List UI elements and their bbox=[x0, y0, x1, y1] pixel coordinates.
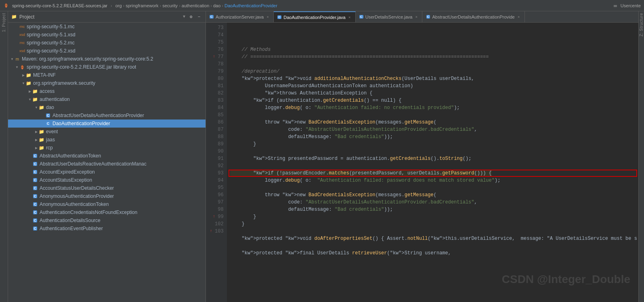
sidebar-item-si-10[interactable]: 📁authentication bbox=[8, 95, 206, 103]
bc-org: org bbox=[115, 3, 122, 8]
sidebar-item-si-11[interactable]: 📁dao bbox=[8, 103, 206, 111]
line-number-94: 94 bbox=[209, 177, 224, 184]
sidebar-item-si-2[interactable]: xsdspring-security-5.1.xsd bbox=[8, 31, 206, 39]
tab-close-icon[interactable]: × bbox=[414, 15, 419, 19]
sidebar-item-si-13[interactable]: CDaoAuthenticationProvider bbox=[8, 120, 206, 128]
code-line-85: defaultMessage: "Bad credentials")); bbox=[230, 133, 637, 141]
tab-java-icon: C bbox=[209, 15, 214, 19]
code-line-90: "kw">if (!passwordEncoder.matches(presen… bbox=[230, 170, 637, 177]
tab-tab-4[interactable]: CAbstractUserDetailsAuthenticationProvid… bbox=[422, 11, 524, 23]
code-line-83: throw "kw">new BadCredentialsException(m… bbox=[230, 119, 637, 126]
tab-close-icon[interactable]: × bbox=[347, 15, 352, 20]
sidebar-item-si-19[interactable]: CAccountExpiredException bbox=[8, 168, 206, 176]
sidebar-item-si-26[interactable]: CAuthenticationEventPublisher bbox=[8, 224, 206, 233]
folder-icon: 📁 bbox=[32, 88, 38, 94]
tree-item-label: spring-security-5.1.rnc bbox=[27, 24, 75, 29]
editor-area: CAuthorizationServer.java×CDaoAuthentica… bbox=[206, 11, 638, 302]
sidebar-item-si-6[interactable]: 🏺spring-security-core-5.2.2.RELEASE.jar … bbox=[8, 63, 206, 71]
sidebar-item-si-1[interactable]: rncspring-security-5.1.rnc bbox=[8, 23, 206, 31]
code-line-93: throw "kw">new BadCredentialsException(m… bbox=[230, 191, 637, 199]
code-line-82 bbox=[230, 111, 637, 119]
sidebar-item-si-21[interactable]: CAccountStatusUserDetailsChecker bbox=[8, 184, 206, 192]
class-icon: C bbox=[32, 169, 38, 175]
line-number-97: 97 bbox=[209, 199, 224, 206]
tab-tab-1[interactable]: CAuthorizationServer.java× bbox=[206, 11, 274, 23]
sidebar-item-si-25[interactable]: CAuthenticationDetailsSource bbox=[8, 216, 206, 224]
line-number-102: 102 bbox=[209, 220, 224, 228]
code-editor[interactable]: 73747576↑7778798081828384858687888990919… bbox=[206, 23, 638, 302]
line-number-96: 96 bbox=[209, 191, 224, 199]
class-icon: C bbox=[32, 226, 38, 231]
structure-panel[interactable]: Z: Structure bbox=[638, 11, 644, 302]
rnc-icon: rnc bbox=[19, 40, 25, 46]
tree-item-label: dao bbox=[46, 105, 54, 110]
tree-item-label: event bbox=[46, 129, 58, 134]
sidebar-item-si-15[interactable]: 📁jaas bbox=[8, 136, 206, 144]
line-number-76: 76 bbox=[209, 46, 224, 53]
tab-close-icon[interactable]: × bbox=[265, 15, 270, 19]
sidebar-item-si-16[interactable]: 📁rcp bbox=[8, 144, 206, 152]
tree-item-label: AuthenticationDetailsSource bbox=[40, 218, 101, 223]
code-line-76: /deprecation/ bbox=[230, 68, 637, 75]
sidebar-item-si-23[interactable]: CAnonymousAuthenticationToken bbox=[8, 200, 206, 208]
sidebar-item-si-17[interactable]: CAbstractAuthenticationToken bbox=[8, 152, 206, 160]
bc-sep5: › bbox=[222, 3, 223, 8]
tab-label: UserDetailsService.java bbox=[365, 15, 413, 19]
override-marker: ↑ bbox=[212, 55, 216, 59]
bc-sep3: › bbox=[179, 3, 180, 8]
title-bar: 🏺 spring-security-core-5.2.2.RELEASE-sou… bbox=[0, 0, 644, 11]
line-number-74: 74 bbox=[209, 31, 224, 39]
code-line-80: "kw">if (authentication.getCredentials()… bbox=[230, 97, 637, 104]
line-number-103: ↑103 bbox=[209, 228, 224, 235]
main-area: 1: Project 📁 Project ▼ ⚙ − rncspring-sec… bbox=[0, 11, 644, 302]
sidebar-item-si-9[interactable]: 📁access bbox=[8, 87, 206, 95]
sidebar-item-si-5[interactable]: mMaven: org.springframework.security:spr… bbox=[8, 55, 206, 63]
sidebar-item-si-14[interactable]: 📁event bbox=[8, 128, 206, 136]
tab-tab-2[interactable]: CDaoAuthenticationProvider.java× bbox=[274, 11, 355, 23]
left-panel-indicator[interactable]: 1: Project bbox=[0, 11, 8, 302]
sidebar-item-si-20[interactable]: CAccountStatusException bbox=[8, 176, 206, 184]
line-number-87: 87 bbox=[209, 126, 224, 133]
tree-item-label: spring-security-5.2.xsd bbox=[27, 48, 76, 54]
sidebar-toolbar: ⚙ − bbox=[188, 14, 202, 20]
bc-class: DaoAuthenticationProvider bbox=[224, 3, 277, 8]
sidebar-item-si-18[interactable]: CAbstractUserDetailsReactiveAuthenticati… bbox=[8, 160, 206, 168]
tab-java-icon: C bbox=[426, 15, 430, 19]
sidebar-item-si-3[interactable]: rncspring-security-5.2.rnc bbox=[8, 39, 206, 47]
tab-java-icon: C bbox=[277, 15, 282, 20]
sidebar-item-si-7[interactable]: 📁META-INF bbox=[8, 71, 206, 79]
line-number-95: 95 bbox=[209, 184, 224, 191]
code-line-98 bbox=[230, 228, 637, 235]
sidebar-item-si-12[interactable]: CAbstractUserDetailsAuthenticationProvid… bbox=[8, 111, 206, 120]
class-icon: C bbox=[32, 210, 38, 215]
tab-tab-3[interactable]: CUserDetailsService.java× bbox=[356, 11, 423, 23]
code-line-103: "kw">protected "kw">final UserDetails re… bbox=[230, 250, 637, 257]
tree-item-label: spring-security-5.2.rnc bbox=[27, 40, 75, 46]
project-panel-label: 1: Project bbox=[2, 13, 6, 32]
sidebar-item-si-22[interactable]: CAnonymousAuthenticationProvider bbox=[8, 192, 206, 200]
tree-item-label: AbstractAuthenticationToken bbox=[40, 153, 101, 159]
sidebar-item-si-8[interactable]: 📁org.springframework.security bbox=[8, 79, 206, 87]
sidebar-header: 📁 Project ▼ ⚙ − bbox=[8, 11, 206, 23]
settings-icon[interactable]: ⚙ bbox=[188, 14, 194, 20]
code-line-79: "kw">throws AuthenticationException { bbox=[230, 90, 637, 97]
structure-label: Z: Structure bbox=[639, 13, 644, 36]
xsd-icon: xsd bbox=[19, 32, 25, 38]
sidebar-item-si-4[interactable]: xsdspring-security-5.2.xsd bbox=[8, 47, 206, 55]
expand-all-icon: ▼ bbox=[183, 15, 185, 19]
collapse-icon[interactable]: − bbox=[196, 14, 202, 20]
user-label: Usercente bbox=[621, 3, 641, 8]
title-bar-left: 🏺 spring-security-core-5.2.2.RELEASE-sou… bbox=[3, 3, 613, 8]
jar-icon: 🏺 bbox=[3, 3, 9, 8]
sidebar-item-si-24[interactable]: CAuthenticationCredentialsNotFoundExcept… bbox=[8, 208, 206, 216]
code-line-95: defaultMessage: "Bad credentials")); bbox=[230, 206, 637, 213]
sidebar-tree: rncspring-security-5.1.rncxsdspring-secu… bbox=[8, 23, 206, 302]
tab-close-icon[interactable]: × bbox=[516, 15, 521, 19]
class-icon: C bbox=[32, 161, 38, 167]
tab-label: AbstractUserDetailsAuthenticationProvide bbox=[432, 15, 514, 19]
class-icon: C bbox=[32, 193, 38, 199]
line-number-90: 90 bbox=[209, 148, 224, 155]
tree-item-label: Maven: org.springframework.security:spri… bbox=[22, 56, 153, 62]
jar-icon: 🏺 bbox=[19, 64, 25, 70]
tabs-bar: CAuthorizationServer.java×CDaoAuthentica… bbox=[206, 11, 638, 23]
